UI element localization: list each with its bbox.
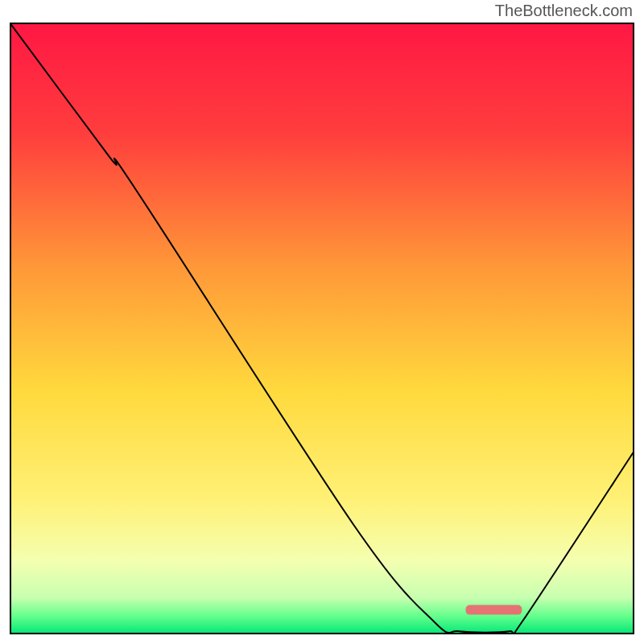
optimal-marker bbox=[465, 605, 522, 615]
chart-plot-area bbox=[10, 23, 634, 634]
bottleneck-curve bbox=[10, 23, 634, 634]
chart-curve-layer bbox=[10, 23, 634, 634]
watermark-text: TheBottleneck.com bbox=[495, 2, 633, 20]
